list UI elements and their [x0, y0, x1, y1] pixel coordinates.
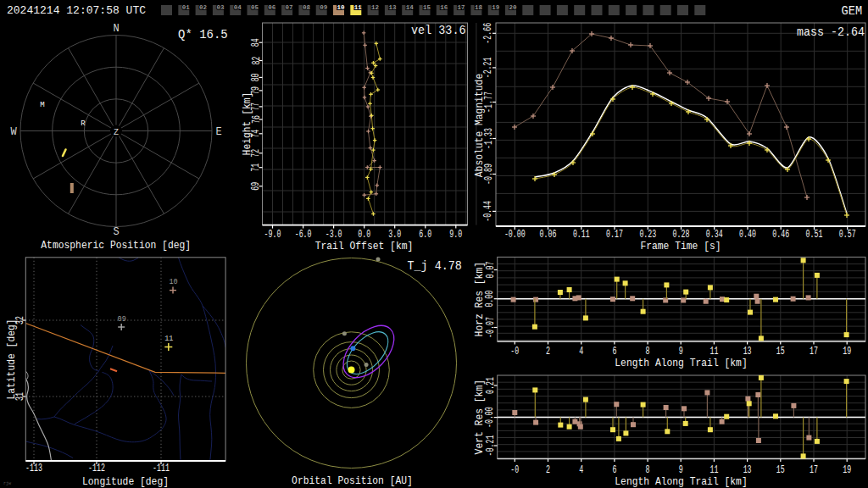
svg-text:19: 19: [843, 346, 851, 358]
svg-text:06: 06: [268, 4, 276, 11]
svg-text:4: 4: [579, 464, 583, 476]
svg-text:Length Along Trail [km]: Length Along Trail [km]: [615, 475, 747, 488]
svg-text:rjw: rjw: [3, 481, 11, 486]
svg-text:09: 09: [118, 315, 126, 324]
svg-text:15: 15: [423, 4, 431, 11]
svg-text:Trail Offset [km]: Trail Offset [km]: [315, 240, 414, 252]
svg-text:-0.00: -0.00: [485, 407, 497, 428]
svg-text:6: 6: [612, 464, 616, 476]
svg-text:Horz Res [km]: Horz Res [km]: [474, 262, 487, 336]
svg-text:16: 16: [440, 4, 448, 11]
svg-text:0.46: 0.46: [772, 229, 789, 241]
svg-text:2: 2: [546, 464, 550, 476]
svg-text:W: W: [10, 126, 17, 138]
svg-text:11: 11: [354, 4, 363, 11]
svg-text:11: 11: [164, 335, 173, 343]
svg-text:20241214 12:07:58 UTC: 20241214 12:07:58 UTC: [7, 4, 146, 17]
svg-text:19: 19: [492, 4, 500, 11]
svg-text:mass -2.64: mass -2.64: [797, 25, 865, 39]
svg-text:-112: -112: [88, 463, 105, 474]
svg-text:8: 8: [646, 346, 650, 358]
svg-text:19: 19: [843, 464, 851, 476]
svg-text:03: 03: [216, 4, 225, 11]
svg-text:10: 10: [337, 4, 346, 11]
svg-text:S: S: [113, 226, 119, 238]
svg-text:-0.07: -0.07: [485, 317, 497, 338]
svg-text:13: 13: [388, 4, 397, 11]
svg-text:10: 10: [169, 278, 177, 286]
svg-text:Vert Res [km]: Vert Res [km]: [474, 380, 487, 454]
svg-text:N: N: [113, 23, 119, 35]
svg-text:vel 33.6: vel 33.6: [411, 24, 466, 37]
svg-text:9: 9: [679, 346, 683, 358]
svg-text:9.0: 9.0: [449, 229, 462, 241]
svg-text:R: R: [81, 119, 86, 128]
svg-text:Atmospheric Position [deg]: Atmospheric Position [deg]: [41, 239, 191, 252]
svg-text:E: E: [215, 126, 221, 138]
svg-text:17: 17: [458, 4, 465, 11]
svg-text:-0: -0: [510, 464, 519, 476]
svg-text:Length Along Trail [km]: Length Along Trail [km]: [615, 357, 747, 369]
svg-text:71: 71: [251, 164, 263, 172]
svg-text:0.06: 0.06: [540, 229, 557, 241]
svg-text:12: 12: [371, 4, 380, 11]
svg-text:04: 04: [234, 4, 242, 11]
svg-text:2: 2: [546, 346, 550, 358]
svg-text:6: 6: [612, 346, 616, 358]
svg-text:0.51: 0.51: [806, 229, 823, 241]
svg-text:-0.44: -0.44: [483, 201, 495, 222]
svg-text:-113: -113: [25, 463, 42, 474]
svg-text:09: 09: [320, 4, 328, 11]
svg-text:6.0: 6.0: [419, 229, 431, 241]
svg-text:13: 13: [743, 464, 752, 476]
svg-text:9: 9: [679, 464, 683, 476]
svg-text:01: 01: [182, 4, 191, 11]
svg-text:15: 15: [776, 346, 785, 358]
svg-text:0.17: 0.17: [606, 229, 623, 241]
svg-text:Frame Time [s]: Frame Time [s]: [640, 240, 721, 252]
svg-text:02: 02: [199, 4, 208, 11]
svg-text:20: 20: [509, 4, 518, 11]
svg-text:T_j 4.78: T_j 4.78: [408, 259, 462, 273]
svg-text:69: 69: [251, 182, 263, 191]
svg-text:Longitude [deg]: Longitude [deg]: [82, 475, 169, 488]
svg-text:M: M: [40, 101, 44, 109]
svg-text:-0.21: -0.21: [485, 435, 497, 457]
svg-text:05: 05: [251, 4, 259, 11]
svg-text:GEM: GEM: [842, 4, 863, 18]
svg-text:07: 07: [286, 4, 293, 11]
svg-text:0.11: 0.11: [573, 229, 590, 241]
svg-text:08: 08: [303, 4, 311, 11]
svg-text:0.00: 0.00: [485, 291, 497, 308]
svg-text:Q* 16.5: Q* 16.5: [178, 28, 228, 42]
svg-text:0.07: 0.07: [485, 262, 497, 279]
svg-text:11: 11: [709, 346, 718, 358]
svg-text:17: 17: [810, 464, 818, 476]
svg-text:82: 82: [251, 57, 263, 65]
svg-text:15: 15: [776, 464, 785, 476]
svg-text:-9.0: -9.0: [264, 229, 281, 241]
svg-text:80: 80: [251, 73, 263, 81]
svg-text:0.57: 0.57: [839, 229, 856, 241]
svg-text:Z: Z: [114, 128, 119, 137]
svg-text:-111: -111: [153, 463, 170, 474]
svg-text:Latitude [deg]: Latitude [deg]: [5, 319, 18, 399]
svg-text:Orbital Position [AU]: Orbital Position [AU]: [292, 474, 413, 487]
svg-text:84: 84: [251, 38, 263, 47]
svg-text:Height [km]: Height [km]: [241, 92, 253, 156]
svg-text:17: 17: [810, 346, 818, 358]
svg-text:11: 11: [709, 464, 718, 476]
svg-text:0.40: 0.40: [739, 229, 756, 241]
svg-text:4: 4: [579, 346, 583, 358]
svg-text:-0.00: -0.00: [504, 229, 526, 241]
svg-text:0.21: 0.21: [485, 377, 497, 394]
svg-text:-6.0: -6.0: [295, 229, 312, 241]
svg-text:-0: -0: [510, 346, 519, 358]
svg-text:-2.66: -2.66: [483, 23, 495, 44]
svg-text:18: 18: [475, 4, 483, 11]
svg-text:Absolute Magnitude: Absolute Magnitude: [473, 74, 486, 177]
svg-text:14: 14: [406, 4, 415, 11]
svg-text:13: 13: [743, 346, 752, 358]
svg-text:8: 8: [646, 464, 650, 476]
